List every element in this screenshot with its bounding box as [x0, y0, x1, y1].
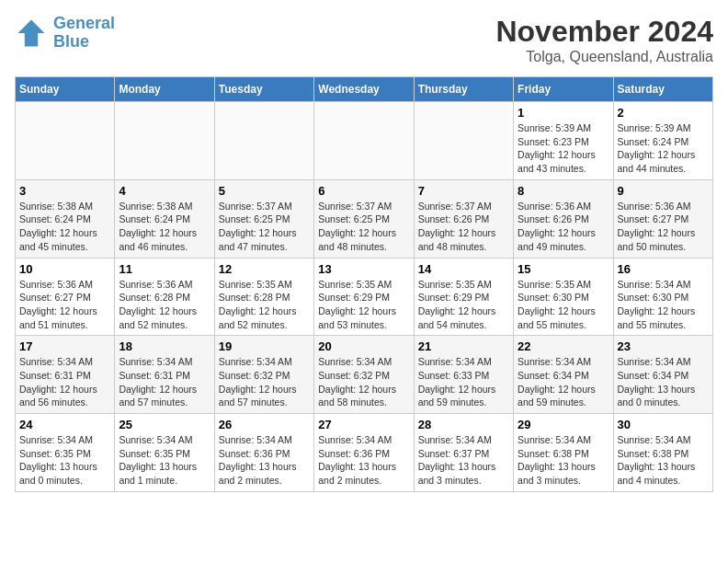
- calendar-cell: 7 Sunrise: 5:37 AMSunset: 6:26 PMDayligh…: [414, 179, 513, 258]
- day-number: 28: [418, 418, 509, 431]
- calendar-cell: 5 Sunrise: 5:37 AMSunset: 6:25 PMDayligh…: [214, 179, 313, 258]
- day-number: 8: [518, 184, 609, 198]
- day-info: Sunrise: 5:35 AMSunset: 6:29 PMDaylight:…: [318, 278, 409, 332]
- title-area: November 2024 Tolga, Queensland, Austral…: [495, 15, 713, 65]
- day-number: 19: [219, 339, 310, 353]
- calendar-cell: 17 Sunrise: 5:34 AMSunset: 6:31 PMDaylig…: [16, 336, 115, 414]
- calendar-cell: 2 Sunrise: 5:39 AMSunset: 6:24 PMDayligh…: [613, 102, 712, 180]
- day-number: 13: [318, 262, 409, 276]
- location: Tolga, Queensland, Australia: [495, 49, 713, 65]
- day-number: 1: [518, 106, 609, 120]
- calendar-cell: 27 Sunrise: 5:34 AMSunset: 6:36 PMDaylig…: [314, 414, 414, 492]
- day-info: Sunrise: 5:34 AMSunset: 6:32 PMDaylight:…: [318, 355, 409, 409]
- day-info: Sunrise: 5:37 AMSunset: 6:25 PMDaylight:…: [219, 200, 310, 254]
- day-info: Sunrise: 5:37 AMSunset: 6:26 PMDaylight:…: [418, 200, 509, 254]
- day-number: 20: [318, 339, 409, 353]
- day-info: Sunrise: 5:34 AMSunset: 6:35 PMDaylight:…: [19, 433, 110, 488]
- day-info: Sunrise: 5:34 AMSunset: 6:38 PMDaylight:…: [618, 433, 709, 488]
- day-number: 2: [618, 106, 709, 120]
- day-info: Sunrise: 5:35 AMSunset: 6:30 PMDaylight:…: [518, 278, 609, 332]
- calendar-header-row: SundayMondayTuesdayWednesdayThursdayFrid…: [16, 77, 713, 102]
- day-number: 18: [119, 339, 210, 353]
- calendar-cell: 25 Sunrise: 5:34 AMSunset: 6:35 PMDaylig…: [115, 414, 214, 492]
- day-number: 14: [418, 262, 509, 276]
- day-info: Sunrise: 5:39 AMSunset: 6:23 PMDaylight:…: [518, 121, 609, 176]
- day-info: Sunrise: 5:34 AMSunset: 6:36 PMDaylight:…: [318, 433, 409, 488]
- calendar-cell: 16 Sunrise: 5:34 AMSunset: 6:30 PMDaylig…: [613, 258, 712, 336]
- header: General Blue November 2024 Tolga, Queens…: [15, 15, 713, 65]
- calendar-cell: 12 Sunrise: 5:35 AMSunset: 6:28 PMDaylig…: [214, 258, 313, 336]
- day-number: 5: [219, 184, 310, 198]
- calendar-cell: [414, 102, 513, 180]
- day-number: 9: [618, 184, 709, 198]
- calendar-cell: 9 Sunrise: 5:36 AMSunset: 6:27 PMDayligh…: [613, 179, 712, 258]
- day-info: Sunrise: 5:38 AMSunset: 6:24 PMDaylight:…: [19, 200, 110, 254]
- day-number: 26: [219, 418, 310, 431]
- day-info: Sunrise: 5:36 AMSunset: 6:26 PMDaylight:…: [518, 200, 609, 254]
- calendar-cell: [314, 102, 414, 180]
- logo-text: General Blue: [53, 15, 115, 52]
- calendar-cell: 14 Sunrise: 5:35 AMSunset: 6:29 PMDaylig…: [414, 258, 513, 336]
- day-info: Sunrise: 5:34 AMSunset: 6:34 PMDaylight:…: [518, 355, 609, 409]
- day-number: 27: [318, 418, 409, 431]
- day-number: 30: [618, 418, 709, 431]
- calendar-cell: 19 Sunrise: 5:34 AMSunset: 6:32 PMDaylig…: [214, 336, 313, 414]
- calendar-week-row: 24 Sunrise: 5:34 AMSunset: 6:35 PMDaylig…: [16, 414, 713, 492]
- calendar-table: SundayMondayTuesdayWednesdayThursdayFrid…: [15, 76, 713, 492]
- calendar-cell: [214, 102, 313, 180]
- day-info: Sunrise: 5:39 AMSunset: 6:24 PMDaylight:…: [618, 121, 709, 176]
- calendar-cell: 15 Sunrise: 5:35 AMSunset: 6:30 PMDaylig…: [514, 258, 613, 336]
- calendar-cell: 30 Sunrise: 5:34 AMSunset: 6:38 PMDaylig…: [613, 414, 712, 492]
- col-header-thursday: Thursday: [414, 77, 513, 102]
- logo: General Blue: [15, 15, 115, 52]
- calendar-cell: 20 Sunrise: 5:34 AMSunset: 6:32 PMDaylig…: [314, 336, 414, 414]
- day-number: 23: [618, 339, 709, 353]
- calendar-cell: 28 Sunrise: 5:34 AMSunset: 6:37 PMDaylig…: [414, 414, 513, 492]
- calendar-week-row: 1 Sunrise: 5:39 AMSunset: 6:23 PMDayligh…: [16, 102, 713, 180]
- day-number: 29: [518, 418, 609, 431]
- day-info: Sunrise: 5:35 AMSunset: 6:28 PMDaylight:…: [219, 278, 310, 332]
- day-number: 16: [618, 262, 709, 276]
- calendar-cell: 3 Sunrise: 5:38 AMSunset: 6:24 PMDayligh…: [16, 179, 115, 258]
- day-number: 15: [518, 262, 609, 276]
- day-info: Sunrise: 5:34 AMSunset: 6:34 PMDaylight:…: [618, 355, 709, 409]
- col-header-sunday: Sunday: [16, 77, 115, 102]
- day-info: Sunrise: 5:34 AMSunset: 6:31 PMDaylight:…: [19, 355, 110, 409]
- calendar-week-row: 17 Sunrise: 5:34 AMSunset: 6:31 PMDaylig…: [16, 336, 713, 414]
- day-info: Sunrise: 5:34 AMSunset: 6:37 PMDaylight:…: [418, 433, 509, 488]
- logo-general: General: [53, 14, 115, 32]
- calendar-cell: 18 Sunrise: 5:34 AMSunset: 6:31 PMDaylig…: [115, 336, 214, 414]
- col-header-friday: Friday: [514, 77, 613, 102]
- calendar-cell: 23 Sunrise: 5:34 AMSunset: 6:34 PMDaylig…: [613, 336, 712, 414]
- day-number: 10: [19, 262, 110, 276]
- day-info: Sunrise: 5:34 AMSunset: 6:30 PMDaylight:…: [618, 278, 709, 332]
- col-header-saturday: Saturday: [613, 77, 712, 102]
- day-number: 25: [119, 418, 210, 431]
- logo-blue: Blue: [53, 32, 89, 51]
- day-number: 21: [418, 339, 509, 353]
- day-info: Sunrise: 5:37 AMSunset: 6:25 PMDaylight:…: [318, 200, 409, 254]
- calendar-cell: 13 Sunrise: 5:35 AMSunset: 6:29 PMDaylig…: [314, 258, 414, 336]
- col-header-monday: Monday: [115, 77, 214, 102]
- day-info: Sunrise: 5:34 AMSunset: 6:31 PMDaylight:…: [119, 355, 210, 409]
- calendar-cell: 4 Sunrise: 5:38 AMSunset: 6:24 PMDayligh…: [115, 179, 214, 258]
- col-header-tuesday: Tuesday: [214, 77, 313, 102]
- logo-icon: [15, 17, 48, 50]
- svg-marker-0: [18, 19, 45, 46]
- calendar-cell: 6 Sunrise: 5:37 AMSunset: 6:25 PMDayligh…: [314, 179, 414, 258]
- day-number: 6: [318, 184, 409, 198]
- day-info: Sunrise: 5:34 AMSunset: 6:33 PMDaylight:…: [418, 355, 509, 409]
- calendar-cell: [115, 102, 214, 180]
- day-number: 12: [219, 262, 310, 276]
- calendar-week-row: 3 Sunrise: 5:38 AMSunset: 6:24 PMDayligh…: [16, 179, 713, 258]
- calendar-cell: 1 Sunrise: 5:39 AMSunset: 6:23 PMDayligh…: [514, 102, 613, 180]
- day-number: 17: [19, 339, 110, 353]
- day-info: Sunrise: 5:36 AMSunset: 6:27 PMDaylight:…: [618, 200, 709, 254]
- day-info: Sunrise: 5:34 AMSunset: 6:38 PMDaylight:…: [518, 433, 609, 488]
- day-info: Sunrise: 5:34 AMSunset: 6:36 PMDaylight:…: [219, 433, 310, 488]
- day-number: 3: [19, 184, 110, 198]
- calendar-cell: 21 Sunrise: 5:34 AMSunset: 6:33 PMDaylig…: [414, 336, 513, 414]
- calendar-cell: 11 Sunrise: 5:36 AMSunset: 6:28 PMDaylig…: [115, 258, 214, 336]
- calendar-cell: 26 Sunrise: 5:34 AMSunset: 6:36 PMDaylig…: [214, 414, 313, 492]
- calendar-cell: 8 Sunrise: 5:36 AMSunset: 6:26 PMDayligh…: [514, 179, 613, 258]
